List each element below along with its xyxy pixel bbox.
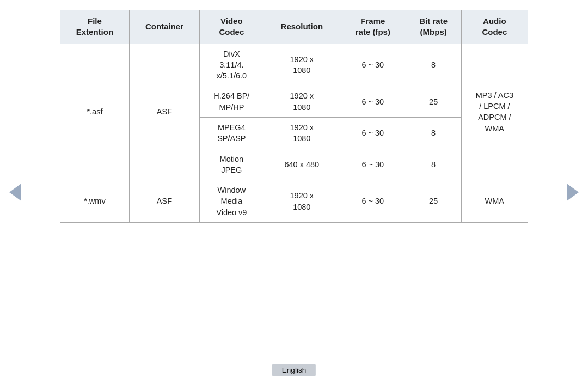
cell-video-codec-mpeg4: MPEG4SP/ASP <box>200 117 264 149</box>
cell-video-codec-mjpeg: MotionJPEG <box>200 149 264 180</box>
cell-bitrate-4: 8 <box>406 149 461 180</box>
cell-resolution-1: 1920 x1080 <box>264 44 340 86</box>
cell-resolution-wmv: 1920 x1080 <box>264 180 340 223</box>
cell-framerate-wmv: 6 ~ 30 <box>340 180 406 223</box>
cell-audio-codec-asf: MP3 / AC3/ LPCM /ADPCM /WMA <box>461 44 528 180</box>
cell-resolution-4: 640 x 480 <box>264 149 340 180</box>
cell-bitrate-3: 8 <box>406 117 461 149</box>
right-arrow-icon <box>567 184 579 201</box>
table-header-row: FileExtention Container VideoCodec Resol… <box>60 10 528 44</box>
table-container: FileExtention Container VideoCodec Resol… <box>60 10 528 223</box>
table-row: *.asf ASF DivX3.11/4.x/5.1/6.0 1920 x108… <box>60 44 528 86</box>
cell-resolution-3: 1920 x1080 <box>264 117 340 149</box>
cell-bitrate-1: 8 <box>406 44 461 86</box>
col-frame-rate: Framerate (fps) <box>340 10 406 44</box>
cell-container-asf: ASF <box>129 44 199 180</box>
cell-video-codec-divx: DivX3.11/4.x/5.1/6.0 <box>200 44 264 86</box>
cell-framerate-1: 6 ~ 30 <box>340 44 406 86</box>
col-resolution: Resolution <box>264 10 340 44</box>
page-wrapper: FileExtention Container VideoCodec Resol… <box>0 0 588 384</box>
cell-audio-codec-wmv: WMA <box>461 180 528 223</box>
cell-video-codec-h264: H.264 BP/MP/HP <box>200 86 264 118</box>
cell-file-ext-wmv: *.wmv <box>60 180 130 223</box>
cell-framerate-4: 6 ~ 30 <box>340 149 406 180</box>
table-row: *.wmv ASF WindowMediaVideo v9 1920 x1080… <box>60 180 528 223</box>
cell-video-codec-wmv: WindowMediaVideo v9 <box>200 180 264 223</box>
cell-container-wmv: ASF <box>129 180 199 223</box>
col-container: Container <box>129 10 199 44</box>
language-button[interactable]: English <box>272 364 316 376</box>
col-audio-codec: AudioCodec <box>461 10 528 44</box>
cell-bitrate-wmv: 25 <box>406 180 461 223</box>
col-bit-rate: Bit rate(Mbps) <box>406 10 461 44</box>
nav-arrow-right[interactable] <box>565 181 580 203</box>
cell-framerate-2: 6 ~ 30 <box>340 86 406 118</box>
cell-framerate-3: 6 ~ 30 <box>340 117 406 149</box>
nav-arrow-left[interactable] <box>8 181 23 203</box>
cell-bitrate-2: 25 <box>406 86 461 118</box>
col-file-ext: FileExtention <box>60 10 130 44</box>
codec-table: FileExtention Container VideoCodec Resol… <box>60 10 528 223</box>
left-arrow-icon <box>9 184 21 201</box>
cell-file-ext-asf: *.asf <box>60 44 130 180</box>
cell-resolution-2: 1920 x1080 <box>264 86 340 118</box>
col-video-codec: VideoCodec <box>200 10 264 44</box>
